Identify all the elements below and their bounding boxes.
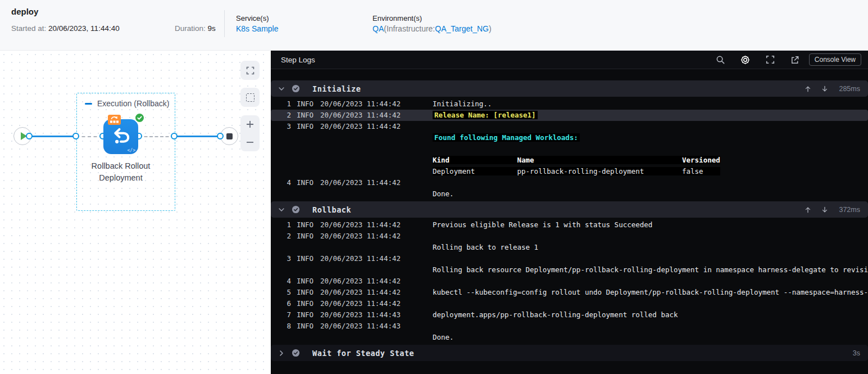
log-level: INFO — [297, 231, 320, 242]
log-line[interactable]: 4INFO20/06/2023 11:44:42 — [271, 276, 868, 287]
search-icon[interactable] — [712, 53, 729, 66]
link-point[interactable] — [217, 133, 224, 139]
log-line[interactable]: Found following Managed Workloads: — [271, 132, 868, 143]
scroll-to-top-icon[interactable] — [804, 85, 812, 93]
log-line-number[interactable] — [281, 143, 291, 155]
log-line[interactable] — [271, 143, 868, 155]
zoom-in-icon — [246, 120, 255, 129]
log-level: INFO — [297, 253, 320, 264]
log-line[interactable]: 8INFO20/06/2023 11:44:43 — [271, 321, 868, 332]
env-name-link[interactable]: QA — [372, 24, 384, 33]
log-line-number[interactable]: 3 — [281, 121, 291, 132]
log-line[interactable]: 1INFO20/06/2023 11:44:42Previous eligibl… — [271, 219, 868, 231]
log-line-number[interactable]: 2 — [281, 110, 291, 121]
console-view-button[interactable]: Console View — [809, 53, 861, 66]
log-line[interactable]: 2INFO20/06/2023 11:44:42 — [271, 231, 868, 242]
log-scroll-area[interactable]: Initialize285ms1INFO20/06/2023 11:44:42I… — [271, 69, 868, 374]
log-line[interactable]: 5INFO20/06/2023 11:44:42kubectl --kubeco… — [271, 287, 868, 298]
chevron-down-icon[interactable] — [278, 206, 288, 214]
log-line-number[interactable]: 4 — [281, 177, 291, 188]
log-line-number[interactable] — [281, 242, 291, 253]
env-infra-link[interactable]: QA_Target_NG — [435, 24, 489, 33]
scroll-to-bottom-icon[interactable] — [821, 206, 829, 214]
rollback-undo-icon — [110, 125, 132, 148]
pipeline-graph-canvas[interactable]: Execution (Rollback) </> — [0, 51, 271, 374]
log-line-number[interactable] — [281, 132, 291, 143]
marquee-select-icon — [246, 93, 255, 102]
log-line[interactable]: 2INFO20/06/2023 11:44:42Release Name: [r… — [271, 110, 868, 121]
log-line[interactable]: Rolling back to release 1 — [271, 242, 868, 253]
link-point[interactable] — [26, 133, 33, 139]
log-line-number[interactable]: 2 — [281, 231, 291, 242]
fit-to-screen-button[interactable] — [240, 61, 260, 80]
log-line-number[interactable] — [281, 166, 291, 177]
log-line-number[interactable]: 4 — [281, 276, 291, 287]
log-line[interactable]: 3INFO20/06/2023 11:44:42 — [271, 121, 868, 132]
log-line[interactable]: Rolling back resource Deployment/pp-roll… — [271, 264, 868, 276]
step-node-caption[interactable]: Rollback Rollout Deployment — [70, 160, 171, 184]
log-line-number[interactable]: 1 — [281, 219, 291, 231]
log-message: deployment.apps/pp-rollback-rolling-depl… — [433, 309, 868, 321]
collapse-group-icon[interactable] — [85, 103, 92, 105]
status-success-icon — [292, 205, 300, 214]
log-line-number[interactable] — [281, 155, 291, 166]
zoom-out-button[interactable] — [240, 133, 260, 151]
log-line[interactable]: 3INFO20/06/2023 11:44:42 — [271, 253, 868, 264]
link-point[interactable] — [72, 133, 79, 139]
section-duration: 285ms — [837, 85, 860, 93]
log-message: Done. — [433, 332, 868, 343]
log-line[interactable]: Deployment pp-rollback-rolling-deploymen… — [271, 166, 868, 177]
log-line[interactable]: Done. — [271, 188, 868, 200]
log-level: INFO — [297, 98, 320, 110]
scroll-to-bottom-icon[interactable] — [821, 85, 829, 93]
service-link[interactable]: K8s Sample — [236, 24, 278, 33]
log-line-number[interactable]: 6 — [281, 298, 291, 309]
marquee-select-button[interactable] — [240, 88, 260, 107]
started-at: Started at: 20/06/2023, 11:44:40 — [11, 24, 120, 33]
log-timestamp: 20/06/2023 11:44:42 — [320, 219, 433, 231]
log-section-header[interactable]: Initialize285ms — [271, 80, 868, 97]
log-line-number[interactable]: 3 — [281, 253, 291, 264]
log-timestamp — [320, 143, 433, 155]
chevron-right-icon[interactable] — [278, 349, 288, 357]
log-line-number[interactable]: 7 — [281, 309, 291, 321]
log-line[interactable]: 6INFO20/06/2023 11:44:42 — [271, 298, 868, 309]
link-point[interactable] — [171, 133, 178, 139]
log-message: kubectl --kubeconfig=config rollout undo… — [433, 287, 868, 298]
log-line-number[interactable] — [281, 264, 291, 276]
log-line[interactable]: 7INFO20/06/2023 11:44:43deployment.apps/… — [271, 309, 868, 321]
duration-label: Duration: — [175, 24, 206, 33]
log-level — [297, 132, 320, 143]
log-line-number[interactable]: 1 — [281, 98, 291, 110]
log-line[interactable]: 4INFO20/06/2023 11:44:42 — [271, 177, 868, 188]
log-line[interactable]: Kind Name Versioned — [271, 155, 868, 166]
log-message — [433, 121, 868, 132]
duration-value: 9s — [206, 24, 216, 33]
zoom-in-button[interactable] — [240, 115, 260, 133]
log-level — [297, 264, 320, 276]
log-level: INFO — [297, 121, 320, 132]
log-timestamp: 20/06/2023 11:44:42 — [320, 177, 433, 188]
log-line-number[interactable]: 5 — [281, 287, 291, 298]
execution-group-label[interactable]: Execution (Rollback) — [85, 99, 169, 108]
log-line-number[interactable] — [281, 188, 291, 200]
scroll-to-top-icon[interactable] — [804, 206, 812, 214]
log-timestamp: 20/06/2023 11:44:42 — [320, 121, 433, 132]
chevron-down-icon[interactable] — [278, 85, 288, 93]
log-level: INFO — [297, 287, 320, 298]
log-level: INFO — [297, 177, 320, 188]
log-line-number[interactable] — [281, 332, 291, 343]
log-section-header[interactable]: Wait for Steady State3s — [271, 345, 868, 361]
gear-icon[interactable] — [737, 53, 754, 66]
log-timestamp: 20/06/2023 11:44:42 — [320, 298, 433, 309]
log-section-header[interactable]: Rollback372ms — [271, 201, 868, 218]
execution-header: deploy Started at: 20/06/2023, 11:44:40 … — [0, 0, 868, 51]
log-level: INFO — [297, 219, 320, 231]
environment-link[interactable]: QA(Infrastructure:QA_Target_NG) — [372, 24, 492, 33]
started-at-label: Started at: — [11, 24, 46, 33]
log-line-number[interactable]: 8 — [281, 321, 291, 332]
open-in-new-icon[interactable] — [787, 53, 803, 66]
log-line[interactable]: Done. — [271, 332, 868, 343]
log-line[interactable]: 1INFO20/06/2023 11:44:42Initializing.. — [271, 98, 868, 110]
fullscreen-icon[interactable] — [762, 53, 779, 66]
